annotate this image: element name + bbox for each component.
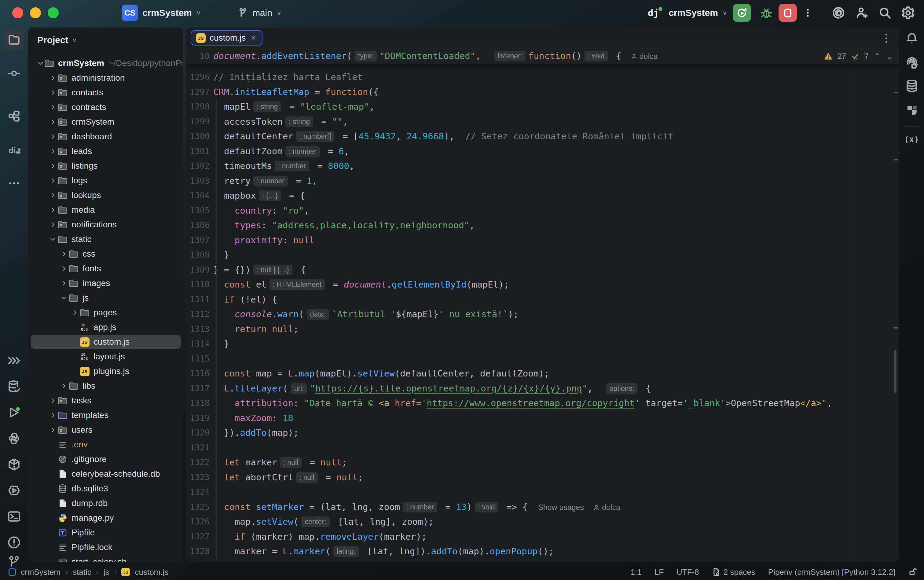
chevron-down-icon[interactable] — [59, 295, 68, 301]
tree-item-celerybeat-schedule-db[interactable]: celerybeat-schedule.db — [28, 466, 183, 481]
search-everywhere-button[interactable] — [877, 5, 893, 21]
minimize-window-button[interactable] — [30, 7, 41, 18]
code-with-me-button[interactable] — [854, 5, 870, 21]
breadcrumb-item[interactable]: js — [104, 567, 109, 577]
code-line[interactable]: 1313 return null; — [186, 322, 899, 337]
tree-item-contacts[interactable]: contacts — [28, 85, 183, 100]
line-separator[interactable]: LF — [654, 567, 664, 577]
line-number[interactable]: 1303 — [186, 173, 209, 189]
tree-item-images[interactable]: images — [28, 276, 183, 291]
commit-tool-button[interactable] — [4, 64, 24, 83]
line-number[interactable]: 1315 — [186, 351, 209, 366]
code-line[interactable]: 1328 marker = L.marker(latlng: [lat, lng… — [186, 544, 899, 559]
line-number[interactable]: 1320 — [186, 425, 209, 440]
notifications-bell-tool-button[interactable] — [902, 28, 922, 47]
code-line[interactable]: 1299 accessToken: string = "", — [186, 114, 899, 129]
line-number[interactable]: 1310 — [186, 277, 209, 292]
terminal-tool-button[interactable] — [4, 507, 24, 526]
line-number[interactable]: 1306 — [186, 218, 209, 233]
chevron-right-icon[interactable] — [48, 397, 58, 404]
tab-custom-js[interactable]: JS custom.js × — [191, 30, 262, 46]
line-number[interactable]: 1318 — [186, 396, 209, 411]
ai-chat-tool-button[interactable] — [902, 53, 922, 72]
usages-hint[interactable]: Show usages — [538, 503, 584, 512]
chevron-right-icon[interactable] — [59, 250, 68, 257]
tree-item-tasks[interactable]: tasks — [28, 393, 183, 408]
code-line[interactable]: 1327 if (marker) map.removeLayer(marker)… — [186, 529, 899, 544]
code-line[interactable]: 1317 L.tileLayer(url:"https://{s}.tile.o… — [186, 381, 899, 396]
line-number[interactable]: 1304 — [186, 188, 209, 203]
tree-item-plugins-js[interactable]: JSplugins.js — [28, 364, 183, 379]
settings-button[interactable] — [900, 5, 916, 21]
tree-item-layout-js[interactable]: 100JSlayout.js — [28, 349, 183, 364]
line-number[interactable]: 1312 — [186, 307, 209, 322]
tree-item-listings[interactable]: listings — [28, 158, 183, 173]
line-number[interactable]: 1313 — [186, 322, 209, 337]
collapse-tool-button[interactable] — [4, 351, 24, 371]
author-annotation[interactable]: dolca — [593, 503, 620, 512]
line-number[interactable]: 1296 — [186, 70, 209, 85]
tree-item--env[interactable]: .env — [28, 437, 183, 452]
breadcrumb-item[interactable]: static — [73, 567, 91, 577]
variables-x-tool-button[interactable]: (x) — [902, 129, 922, 149]
more-tool-button[interactable] — [4, 173, 24, 193]
warning-stripe-mark[interactable] — [894, 159, 898, 160]
line-number[interactable]: 1301 — [186, 144, 209, 159]
maximize-window-button[interactable] — [48, 7, 59, 18]
next-problem-icon[interactable]: ⌃ — [886, 52, 893, 61]
tree-item--gitignore[interactable]: .gitignore — [28, 452, 183, 466]
more-actions-button[interactable] — [800, 5, 816, 21]
code-line[interactable]: 1329 }; — [186, 559, 899, 563]
code-line[interactable]: 1311 if (!el) { — [186, 292, 899, 307]
line-number[interactable]: 1309 — [186, 262, 209, 277]
python-console-tool-button[interactable] — [4, 429, 24, 448]
chevron-right-icon[interactable] — [48, 207, 58, 213]
chevron-right-icon[interactable] — [59, 382, 68, 389]
database-check-tool-button[interactable] — [4, 377, 24, 396]
database-tool-button[interactable] — [902, 76, 922, 96]
python-interpreter[interactable]: Pipenv (crmSystem) [Python 3.12.2] — [768, 567, 895, 577]
editor-scrollbar[interactable] — [894, 350, 896, 393]
editor-options-button[interactable] — [881, 33, 891, 43]
line-number[interactable]: 1327 — [186, 529, 209, 544]
code-line[interactable]: 1312 console.warn(data:`Atributul '${map… — [186, 307, 899, 322]
line-number[interactable]: 1326 — [186, 514, 209, 529]
line-number[interactable]: 1322 — [186, 455, 209, 470]
chevron-right-icon[interactable] — [48, 74, 58, 81]
tree-item-crmsystem[interactable]: crmSystem — [28, 115, 183, 129]
inspections-widget[interactable]: 27 7 ⌃ ⌃ — [824, 48, 893, 65]
code-line[interactable]: 1306 types: "address,place,locality,neig… — [186, 218, 899, 233]
code-line[interactable]: 1296// Inițializez harta Leaflet — [186, 70, 899, 85]
chevron-down-icon[interactable] — [48, 236, 58, 243]
code-line[interactable]: 1298 mapEl: string = "leaflet-map", — [186, 99, 899, 114]
code-line[interactable]: 1319 maxZoom: 18 — [186, 411, 899, 426]
code-line[interactable]: 1305 country: "ro", — [186, 203, 899, 218]
code-line[interactable]: 1301 defaultZoom: number = 6, — [186, 144, 899, 159]
line-number[interactable]: 1321 — [186, 440, 209, 455]
code-line[interactable]: 1323 let abortCtrl: null = null; — [186, 470, 899, 485]
chevron-right-icon[interactable] — [48, 221, 58, 228]
plugins-pinwheel-tool-button[interactable] — [902, 100, 922, 120]
chevron-right-icon[interactable] — [48, 119, 58, 125]
chevron-right-icon[interactable] — [48, 177, 58, 184]
tree-item-templates[interactable]: templates — [28, 408, 183, 423]
line-number[interactable]: 1325 — [186, 499, 209, 515]
code-line[interactable]: 1308 } — [186, 247, 899, 262]
debug-button[interactable] — [758, 5, 774, 21]
code-line[interactable]: 1326 map.setView(center: [lat, lng], zoo… — [186, 514, 899, 529]
code-line[interactable]: 1322 let marker: null = null; — [186, 455, 899, 470]
line-number[interactable]: 1299 — [186, 114, 209, 129]
tree-item-fonts[interactable]: fonts — [28, 261, 183, 276]
chevron-right-icon[interactable] — [59, 265, 68, 272]
stop-button[interactable] — [779, 4, 797, 22]
line-number[interactable]: 10 — [186, 51, 209, 61]
code-line[interactable]: 1316 const map = L.map(mapEl).setView(de… — [186, 366, 899, 381]
python-packages-tool-button[interactable] — [4, 455, 24, 474]
chevron-down-icon[interactable] — [37, 60, 44, 67]
tree-item-manage-py[interactable]: manage.py — [28, 511, 183, 525]
chevron-right-icon[interactable] — [48, 133, 58, 140]
code-line[interactable]: 1321 — [186, 440, 899, 455]
caret-position[interactable]: 1:1 — [631, 567, 642, 577]
code-line[interactable]: 1300 defaultCenter: number[] = [45.9432,… — [186, 129, 899, 144]
code-line[interactable]: 1310 const el: HTMLElement = document.ge… — [186, 277, 899, 292]
